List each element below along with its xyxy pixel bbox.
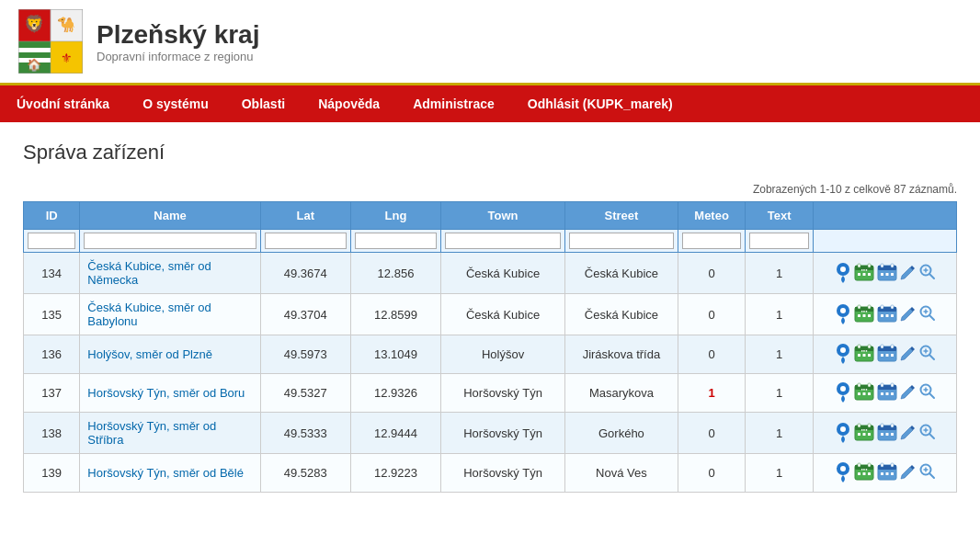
svg-point-14 xyxy=(840,267,846,272)
cell-text: 1 xyxy=(746,294,814,335)
cell-lng: 12.856 xyxy=(350,253,440,294)
svg-line-136 xyxy=(929,473,934,478)
filter-text[interactable] xyxy=(749,233,809,249)
edit-icon[interactable] xyxy=(900,264,917,283)
cell-text: 1 xyxy=(746,374,814,413)
col-header-meteo[interactable]: Meteo xyxy=(678,202,746,230)
calendar-green-icon[interactable]: ●●● xyxy=(854,382,874,403)
edit-icon[interactable] xyxy=(900,345,917,364)
col-header-lat[interactable]: Lat xyxy=(260,202,350,230)
nav-item[interactable]: Odhlásit (KUPK_marek) xyxy=(511,85,689,122)
pin-icon[interactable] xyxy=(835,302,851,327)
filter-street[interactable] xyxy=(569,233,674,249)
zoom-icon[interactable] xyxy=(919,383,936,403)
svg-rect-111 xyxy=(881,433,883,436)
filter-meteo[interactable] xyxy=(682,233,742,249)
svg-rect-46 xyxy=(881,305,883,309)
zoom-icon[interactable] xyxy=(919,264,936,283)
svg-rect-84 xyxy=(868,392,871,395)
nav-item[interactable]: Úvodní stránka xyxy=(0,85,126,122)
cell-text: 1 xyxy=(746,413,814,454)
nav-item[interactable]: Administrace xyxy=(396,85,511,122)
svg-rect-5 xyxy=(18,48,51,52)
col-header-name[interactable]: Name xyxy=(80,202,260,230)
svg-rect-92 xyxy=(891,392,894,395)
cell-lng: 12.9444 xyxy=(350,413,440,454)
pin-icon[interactable] xyxy=(835,380,851,405)
svg-rect-47 xyxy=(891,305,894,309)
zoom-icon[interactable] xyxy=(919,345,936,364)
col-header-town[interactable]: Town xyxy=(441,202,565,230)
cell-text: 1 xyxy=(746,335,814,374)
nav-item[interactable]: O systému xyxy=(126,85,225,122)
calendar-green-icon[interactable]: ●●● xyxy=(854,344,874,365)
edit-icon[interactable] xyxy=(900,305,917,324)
col-header-street[interactable]: Street xyxy=(565,202,678,230)
table-row: 135Česká Kubice, směr od Babylonu49.3704… xyxy=(24,294,957,335)
pin-icon[interactable] xyxy=(835,460,851,485)
edit-icon[interactable] xyxy=(900,383,917,403)
calendar-blue-icon[interactable] xyxy=(877,304,897,325)
filter-town[interactable] xyxy=(445,233,561,249)
calendar-green-icon[interactable]: ●●● xyxy=(854,263,874,284)
filter-name[interactable] xyxy=(84,233,256,249)
cell-lat: 49.3674 xyxy=(260,253,350,294)
cell-id: 136 xyxy=(24,335,80,374)
svg-rect-40 xyxy=(858,314,860,317)
pin-icon[interactable] xyxy=(835,342,851,367)
filter-lat[interactable] xyxy=(265,233,347,249)
edit-icon[interactable] xyxy=(900,424,917,443)
calendar-green-icon[interactable]: ●●● xyxy=(854,304,874,325)
cell-meteo: 0 xyxy=(678,335,746,374)
svg-line-73 xyxy=(929,355,934,359)
cell-lat: 49.5973 xyxy=(260,335,350,374)
pin-icon[interactable] xyxy=(835,421,851,446)
svg-rect-62 xyxy=(862,354,865,357)
calendar-blue-icon[interactable] xyxy=(877,382,897,403)
col-header-id[interactable]: ID xyxy=(24,202,80,230)
cell-town: Horšovský Týn xyxy=(441,454,565,493)
filter-lng[interactable] xyxy=(355,233,437,249)
edit-icon[interactable] xyxy=(900,463,917,483)
nav-item[interactable]: Oblasti xyxy=(225,85,302,122)
header: 🦁 🐪 🏠 ⚜ Plzeňský kraj Dopravní informace… xyxy=(0,0,980,85)
table-row: 138Horšovský Týn, směr od Stříbra49.5333… xyxy=(24,413,957,454)
action-icons: ●●● xyxy=(821,261,949,286)
calendar-green-icon[interactable]: ●●● xyxy=(854,462,874,483)
calendar-blue-icon[interactable] xyxy=(877,462,897,483)
svg-rect-25 xyxy=(881,264,883,267)
pin-icon[interactable] xyxy=(835,261,851,286)
cell-actions: ●●● xyxy=(814,413,957,454)
zoom-icon[interactable] xyxy=(919,424,936,443)
filter-id[interactable] xyxy=(28,233,75,249)
cell-name: Holýšov, směr od Plzně xyxy=(80,335,260,374)
svg-text:●●●: ●●● xyxy=(860,267,868,272)
nav-item[interactable]: Nápověda xyxy=(302,85,396,122)
svg-rect-60 xyxy=(868,345,871,348)
calendar-green-icon[interactable]: ●●● xyxy=(854,423,874,444)
action-icons: ●●● xyxy=(821,460,949,485)
svg-rect-90 xyxy=(881,392,883,395)
calendar-blue-icon[interactable] xyxy=(877,263,897,284)
zoom-icon[interactable] xyxy=(919,305,936,324)
col-header-actions xyxy=(814,202,957,230)
zoom-icon[interactable] xyxy=(919,463,936,483)
col-header-lng[interactable]: Lng xyxy=(350,202,440,230)
svg-text:●●●: ●●● xyxy=(860,348,868,353)
svg-rect-71 xyxy=(891,354,894,357)
table-row: 136Holýšov, směr od Plzně49.597313.1049H… xyxy=(24,335,957,374)
svg-rect-82 xyxy=(858,392,860,395)
cell-street: Jiráskova třída xyxy=(565,335,678,374)
site-title: Plzeňský kraj xyxy=(97,20,259,50)
site-subtitle: Dopravní informace z regionu xyxy=(97,50,259,63)
col-header-text[interactable]: Text xyxy=(746,202,814,230)
svg-rect-28 xyxy=(885,273,888,276)
action-icons: ●●● xyxy=(821,421,949,446)
calendar-blue-icon[interactable] xyxy=(877,344,897,365)
svg-rect-125 xyxy=(862,472,865,475)
svg-rect-91 xyxy=(885,392,888,395)
calendar-blue-icon[interactable] xyxy=(877,423,897,444)
svg-line-115 xyxy=(929,434,934,438)
cell-id: 138 xyxy=(24,413,80,454)
cell-town: Holýšov xyxy=(441,335,565,374)
